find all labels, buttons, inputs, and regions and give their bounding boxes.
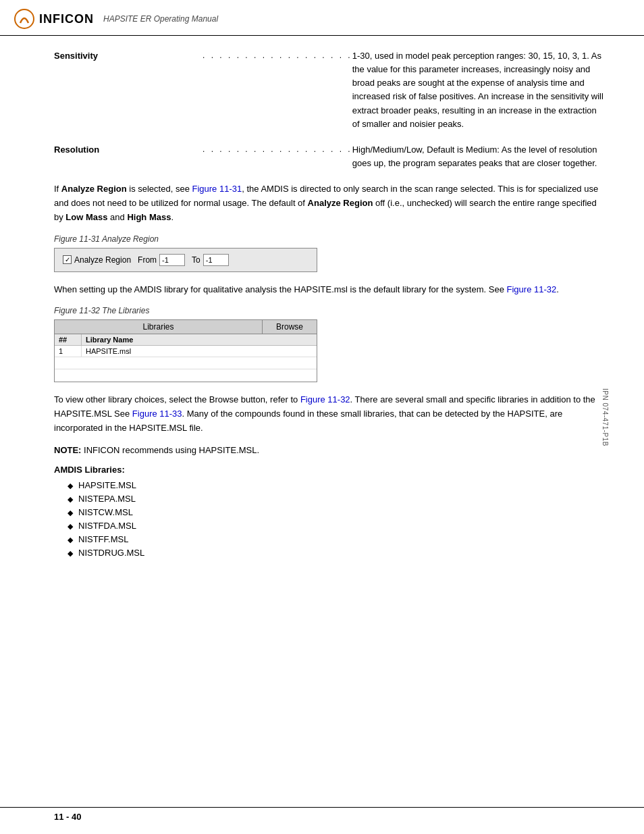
figure-33-link[interactable]: Figure 11-33	[132, 409, 182, 419]
figure-32-link[interactable]: Figure 11-32	[507, 284, 557, 294]
note-text: INFICON recommends using HAPSITE.MSL.	[81, 445, 259, 455]
low-mass-bold: Low Mass	[65, 212, 107, 222]
library-row-1: 1 HAPSITE.msl	[55, 346, 317, 357]
libraries-header-row: Libraries Browse	[55, 320, 317, 334]
inficon-logo-icon	[14, 8, 35, 30]
sidebar-text: IPN 074-471-P1B	[602, 388, 610, 446]
lib-empty-row2	[55, 369, 317, 382]
list-item: ◆NISTFF.MSL	[68, 534, 603, 544]
list-item: ◆HAPSITE.MSL	[68, 480, 603, 490]
list-item: ◆NISTFDA.MSL	[68, 521, 603, 531]
page-footer: 11 - 40	[0, 807, 644, 822]
to-input[interactable]	[203, 254, 229, 266]
analyze-region-checkbox-label: Analyze Region	[74, 255, 131, 265]
logo-text: INFICON	[39, 12, 94, 26]
logo-area: INFICON	[14, 8, 94, 30]
from-input[interactable]	[159, 254, 185, 266]
browse-para: To view other library choices, select th…	[54, 393, 603, 435]
main-content: Sensitivity . . . . . . . . . . . . . . …	[0, 43, 644, 581]
bullet-icon: ◆	[68, 481, 73, 490]
sensitivity-row: Sensitivity . . . . . . . . . . . . . . …	[54, 49, 603, 131]
list-item-text: HAPSITE.MSL	[78, 480, 136, 490]
resolution-dots: . . . . . . . . . . . . . . . . . .	[203, 143, 352, 154]
sensitivity-desc: 1-30, used in model peak perception rang…	[352, 49, 603, 131]
analyze-region-checkbox-group: ✓ Analyze Region	[63, 255, 131, 265]
from-field-group: From	[138, 254, 185, 266]
list-item-text: NISTDRUG.MSL	[78, 548, 144, 558]
analyze-region-bold2: Analyze Region	[308, 198, 373, 208]
sensitivity-dots: . . . . . . . . . . . . . . . . . .	[203, 49, 352, 60]
analyze-region-checkbox[interactable]: ✓	[63, 255, 72, 264]
resolution-term: Resolution	[54, 143, 203, 155]
to-field-group: To	[192, 254, 229, 266]
col-name-header: Library Name	[82, 334, 317, 345]
note-para: NOTE: INFICON recommends using HAPSITE.M…	[54, 445, 603, 455]
figure-32-link2[interactable]: Figure 11-32	[300, 394, 350, 405]
list-item-text: NISTFDA.MSL	[78, 521, 136, 531]
bullet-icon: ◆	[68, 522, 73, 531]
analyze-region-para: If Analyze Region is selected, see Figur…	[54, 182, 603, 224]
list-item: ◆NISTEPA.MSL	[68, 494, 603, 504]
to-label: To	[192, 255, 200, 265]
list-item: ◆NISTCW.MSL	[68, 507, 603, 517]
figure31-box: ✓ Analyze Region From To	[54, 248, 317, 272]
header-subtitle: HAPSITE ER Operating Manual	[103, 14, 218, 24]
sensitivity-term: Sensitivity	[54, 49, 203, 61]
list-item-text: NISTCW.MSL	[78, 507, 133, 517]
resolution-desc: High/Medium/Low, Default is Medium: As t…	[352, 143, 603, 170]
resolution-row: Resolution . . . . . . . . . . . . . . .…	[54, 143, 603, 170]
bullet-icon: ◆	[68, 549, 73, 558]
figure31-caption: Figure 11-31 Analyze Region	[54, 234, 603, 244]
list-item-text: NISTEPA.MSL	[78, 494, 136, 504]
list-item: ◆NISTDRUG.MSL	[68, 548, 603, 558]
libraries-header-label: Libraries	[55, 320, 263, 334]
note-label: NOTE:	[54, 445, 81, 455]
high-mass-bold: High Mass	[127, 212, 171, 222]
lib-row1-num: 1	[55, 346, 82, 357]
page-number: 11 - 40	[54, 812, 81, 822]
analyze-region-bold1: Analyze Region	[61, 184, 127, 194]
bullet-icon: ◆	[68, 509, 73, 517]
lib-row1-name: HAPSITE.msl	[82, 346, 317, 357]
figure32-box: Libraries Browse ## Library Name 1 HAPSI…	[54, 319, 317, 382]
list-item-text: NISTFF.MSL	[78, 534, 128, 544]
page-header: INFICON HAPSITE ER Operating Manual	[0, 0, 644, 36]
figure32-caption: Figure 11-32 The Libraries	[54, 306, 603, 315]
amdis-title: AMDIS Libraries:	[54, 465, 603, 475]
amdis-list: ◆HAPSITE.MSL ◆NISTEPA.MSL ◆NISTCW.MSL ◆N…	[54, 480, 603, 558]
bullet-icon: ◆	[68, 495, 73, 504]
bullet-icon: ◆	[68, 536, 73, 544]
libraries-column-row: ## Library Name	[55, 334, 317, 346]
col-num-header: ##	[55, 334, 82, 345]
browse-button[interactable]: Browse	[263, 320, 317, 334]
lib-empty-row1	[55, 357, 317, 369]
figure-31-link[interactable]: Figure 11-31	[192, 184, 242, 194]
library-para: When setting up the AMDIS library for qu…	[54, 283, 603, 297]
from-label: From	[138, 255, 157, 265]
